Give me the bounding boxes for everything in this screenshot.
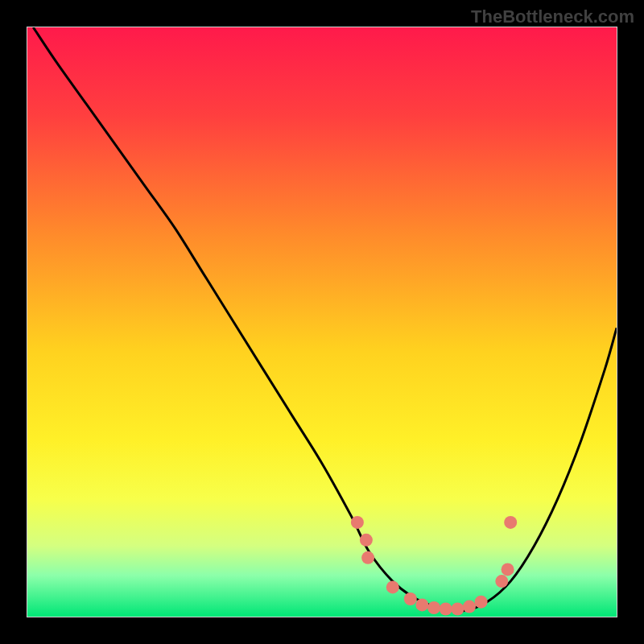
highlight-point — [386, 580, 399, 593]
highlight-point — [475, 596, 488, 609]
highlight-point — [427, 601, 440, 614]
highlight-point — [440, 603, 452, 616]
highlight-point — [451, 603, 464, 616]
highlight-point — [463, 601, 476, 613]
highlight-point — [495, 575, 508, 588]
highlight-point — [351, 516, 364, 529]
chart-plot-area — [27, 27, 617, 617]
highlight-point — [360, 534, 373, 547]
chart-svg — [27, 27, 617, 617]
highlight-point — [361, 551, 374, 564]
chart-gradient-bg — [27, 27, 617, 617]
highlight-point — [502, 563, 514, 576]
highlight-point — [415, 598, 428, 611]
watermark-text: TheBottleneck.com — [471, 6, 634, 27]
highlight-point — [504, 516, 517, 529]
highlight-point — [404, 592, 417, 605]
